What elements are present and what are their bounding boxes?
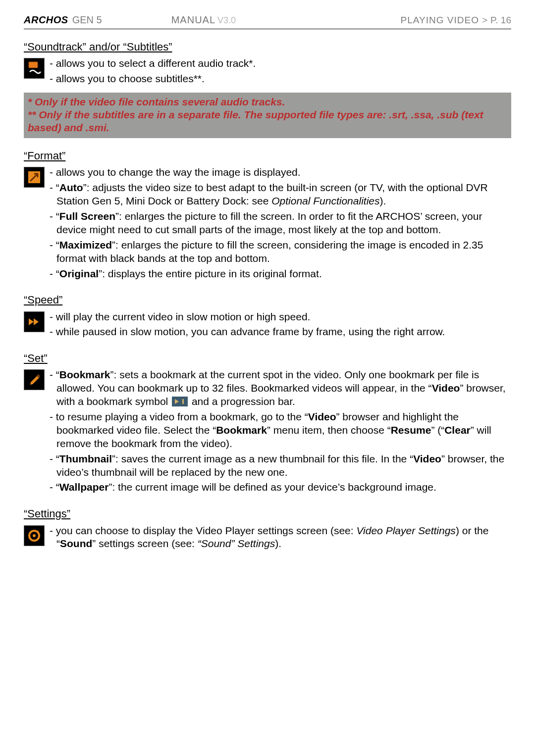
brand-logo: ARCHOS [24, 14, 68, 27]
section-title-speed: “Speed” [24, 293, 511, 307]
header-gen: GEN 5 [72, 14, 102, 27]
list-item: “Auto”: adjusts the video size to best a… [50, 181, 511, 208]
bookmark-inline-icon [172, 397, 188, 406]
svg-marker-2 [29, 318, 34, 325]
list-item: “Full Screen”: enlarges the picture to f… [50, 210, 511, 237]
section-title-format: “Format” [24, 149, 511, 163]
settings-icon [24, 525, 45, 546]
svg-point-6 [33, 534, 36, 537]
list-item: “Original”: displays the entire picture … [50, 267, 511, 281]
footnote-line: * Only if the video file contains severa… [28, 96, 507, 108]
footnote-box: * Only if the video file contains severa… [24, 93, 511, 139]
list-item: to resume playing a video from a bookmar… [50, 410, 511, 451]
breadcrumb-page: P. 16 [490, 14, 511, 26]
list-item: while paused in slow motion, you can adv… [50, 325, 511, 339]
list-item: allows you to choose subtitles**. [50, 72, 511, 86]
section-title-settings: “Settings” [24, 507, 511, 521]
list-item: you can choose to display the Video Play… [50, 524, 511, 551]
list-item: “Bookmark”: sets a bookmark at the curre… [50, 368, 511, 408]
list-item: will play the current video in slow moti… [50, 310, 511, 324]
format-icon [24, 167, 45, 188]
soundtrack-list: allows you to select a different audio t… [50, 57, 511, 86]
set-list: “Bookmark”: sets a bookmark at the curre… [50, 368, 511, 494]
page-header: ARCHOS GEN 5 MANUAL V3.0 PLAYING VIDEO >… [24, 14, 511, 29]
header-manual: MANUAL [171, 14, 215, 27]
breadcrumb-separator: > [482, 14, 487, 26]
soundtrack-icon [24, 58, 45, 79]
settings-list: you can choose to display the Video Play… [50, 524, 511, 551]
list-item: “Thumbnail”: saves the current image as … [50, 453, 511, 479]
section-title-set: “Set” [24, 352, 511, 365]
list-item: “Maximized”: enlarges the picture to fil… [50, 239, 511, 265]
breadcrumb-section: PLAYING VIDEO [401, 14, 479, 26]
set-icon [24, 369, 45, 390]
list-item: allows you to select a different audio t… [50, 57, 511, 70]
list-item: allows you to change the way the image i… [50, 166, 511, 179]
speed-list: will play the current video in slow moti… [50, 310, 511, 339]
list-item: “Wallpaper”: the current image will be d… [50, 481, 511, 494]
header-version: V3.0 [217, 15, 236, 26]
section-title-soundtrack: “Soundtrack” and/or “Subtitles” [24, 40, 511, 54]
svg-marker-3 [34, 318, 39, 325]
footnote-line: ** Only if the subtitles are in a separa… [28, 108, 507, 135]
format-list: allows you to change the way the image i… [50, 166, 511, 280]
speed-icon [24, 311, 45, 332]
svg-rect-0 [29, 62, 38, 68]
